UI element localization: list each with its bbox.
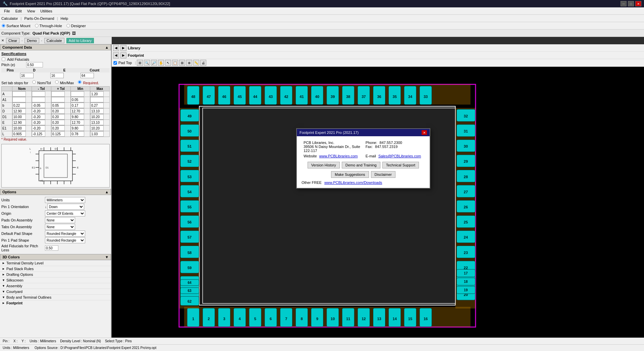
- calculate-button[interactable]: Calculate: [44, 38, 64, 43]
- toolbar-icon[interactable]: 🖼: [72, 31, 76, 35]
- pin1-pad-shape-select[interactable]: Rounded Rectangle: [45, 237, 85, 243]
- terminal-density-item[interactable]: ► Terminal Density Level: [0, 260, 111, 266]
- lib-back-button[interactable]: ◀: [113, 45, 119, 51]
- L-minus[interactable]: [32, 131, 45, 137]
- required-radio[interactable]: [78, 80, 82, 84]
- D1-minus[interactable]: [32, 114, 45, 119]
- layer-button[interactable]: 📋: [172, 60, 178, 66]
- E-nom[interactable]: [12, 120, 26, 125]
- technical-support-button[interactable]: Technical Support: [382, 162, 419, 168]
- D-nom[interactable]: [12, 108, 26, 114]
- min-max-radio[interactable]: [55, 80, 58, 84]
- pad-stack-rules-item[interactable]: ► Pad Stack Rules: [0, 266, 111, 271]
- through-hole-radio[interactable]: [35, 24, 38, 27]
- pitch-input[interactable]: [26, 62, 43, 67]
- D-min[interactable]: [71, 108, 84, 114]
- through-hole-radio-label[interactable]: Through-Hole: [35, 23, 62, 28]
- menu-utilities[interactable]: Utilities: [38, 8, 55, 14]
- email-link[interactable]: Sales@PCBLibraries.com: [378, 154, 421, 158]
- L-max[interactable]: [90, 131, 104, 137]
- A-nom[interactable]: [12, 91, 26, 97]
- A-min[interactable]: [71, 91, 84, 97]
- E1-plus[interactable]: [51, 126, 65, 131]
- A1-min[interactable]: [71, 97, 84, 102]
- E-plus[interactable]: [51, 120, 65, 125]
- A1-plus[interactable]: [51, 97, 65, 102]
- A1-nom[interactable]: [12, 97, 26, 102]
- surface-mount-radio-label[interactable]: Surface Mount: [1, 23, 31, 28]
- snap-button[interactable]: ⊕: [186, 60, 192, 66]
- pins-e-input[interactable]: [50, 73, 64, 78]
- maximize-button[interactable]: □: [628, 1, 634, 6]
- b-plus[interactable]: [51, 103, 65, 108]
- pan-button[interactable]: ✋: [158, 60, 164, 66]
- minimize-button[interactable]: ─: [621, 1, 627, 6]
- units-select[interactable]: Millimeters: [45, 197, 85, 203]
- min-max-label[interactable]: Min/Max: [55, 81, 74, 85]
- D-max[interactable]: [90, 108, 104, 114]
- b-max[interactable]: [90, 103, 104, 108]
- E1-minus[interactable]: [32, 126, 45, 131]
- D-minus[interactable]: [32, 108, 45, 114]
- E-min[interactable]: [71, 120, 84, 125]
- A-max[interactable]: [90, 91, 104, 97]
- designer-radio[interactable]: [66, 24, 70, 27]
- title-bar-controls[interactable]: ─ □ ✕: [621, 1, 641, 6]
- menu-view[interactable]: View: [24, 8, 38, 14]
- E1-min[interactable]: [71, 126, 84, 131]
- demo-training-button[interactable]: Demo and Training: [342, 162, 380, 168]
- demo-button[interactable]: Demo: [24, 38, 39, 43]
- zoom-in-button[interactable]: 🔍: [144, 60, 150, 66]
- pin1-orientation-select[interactable]: Down: [47, 204, 84, 210]
- menu-file[interactable]: File: [1, 8, 13, 14]
- L-nom[interactable]: [12, 131, 26, 137]
- fp-fwd-button[interactable]: ▶: [120, 52, 126, 58]
- version-history-button[interactable]: Version History: [308, 162, 340, 168]
- fp-back-button[interactable]: ◀: [113, 52, 119, 58]
- assembly-item[interactable]: ▼ Assembly: [0, 283, 111, 289]
- pad-top-checkbox[interactable]: [113, 61, 117, 64]
- zoom-fit-button[interactable]: ⊞: [137, 60, 143, 66]
- tabs-assembly-select[interactable]: None: [45, 224, 75, 230]
- print-button[interactable]: 🖨: [200, 60, 206, 66]
- E-minus[interactable]: [32, 120, 45, 125]
- footprint-item[interactable]: ► Footprint: [0, 300, 111, 306]
- other-free-link[interactable]: www.PCBLibraries.com/Downloads: [324, 181, 382, 185]
- clear-button[interactable]: Clear: [6, 38, 19, 43]
- zoom-out-button[interactable]: 🔎: [151, 60, 157, 66]
- pins-d-input[interactable]: [20, 73, 34, 78]
- nom-tol-label[interactable]: Nom/Tol: [32, 81, 51, 85]
- A-plus[interactable]: [51, 91, 65, 97]
- drafting-options-item[interactable]: ► Drafting Options: [0, 271, 111, 277]
- E1-nom[interactable]: [12, 126, 26, 131]
- b-min[interactable]: [71, 103, 84, 108]
- designer-radio-label[interactable]: Designer: [66, 23, 86, 28]
- D1-max[interactable]: [90, 114, 104, 119]
- select-button[interactable]: ↖: [165, 60, 171, 66]
- disclaimer-button[interactable]: Disclaimer: [371, 171, 395, 178]
- L-plus[interactable]: [51, 131, 65, 137]
- surface-mount-radio[interactable]: [2, 24, 5, 27]
- add-fiducials-pitch-input[interactable]: [45, 245, 58, 251]
- E1-max[interactable]: [90, 126, 104, 131]
- b-minus[interactable]: [32, 103, 45, 108]
- D-plus[interactable]: [51, 108, 65, 114]
- default-pad-shape-select[interactable]: Rounded Rectangle: [45, 231, 85, 237]
- D1-plus[interactable]: [51, 114, 65, 119]
- component-data-header[interactable]: Component Data ▲: [0, 44, 111, 50]
- A1-minus[interactable]: [32, 97, 45, 102]
- silkscreen-item[interactable]: ▼ Silkscreen: [0, 277, 111, 283]
- courtyard-item[interactable]: ▼ Courtyard: [0, 289, 111, 294]
- options-header[interactable]: Options ▲: [0, 189, 111, 195]
- nom-tol-radio[interactable]: [32, 80, 36, 84]
- required-label[interactable]: Required.: [77, 81, 99, 85]
- origin-select[interactable]: Center Of Extents: [45, 210, 85, 216]
- add-fiducials-checkbox[interactable]: [2, 57, 5, 61]
- pads-assembly-select[interactable]: None: [45, 217, 75, 223]
- A-minus[interactable]: [32, 91, 45, 97]
- lib-fwd-button[interactable]: ▶: [120, 45, 126, 51]
- pins-count-input[interactable]: [80, 73, 94, 78]
- colors-3d-header[interactable]: 3D Colors ▼: [0, 254, 111, 260]
- about-close-button[interactable]: ✕: [422, 130, 427, 135]
- add-to-library-button[interactable]: Add to Library: [66, 38, 94, 43]
